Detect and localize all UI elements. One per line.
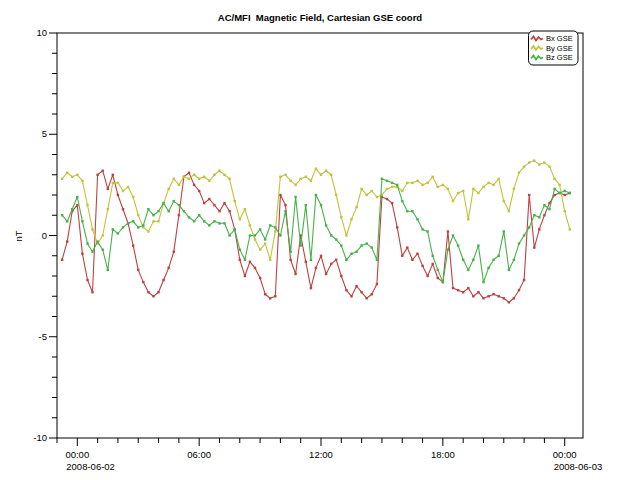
data-point-marker [223, 202, 225, 204]
data-point-marker [447, 230, 449, 232]
data-point-marker [102, 234, 104, 236]
data-point-marker [426, 230, 428, 232]
data-point-marker [442, 281, 444, 283]
data-point-marker [498, 178, 500, 180]
data-point-marker [513, 188, 515, 190]
data-point-marker [518, 172, 520, 174]
data-point-marker [371, 246, 373, 248]
data-point-marker [152, 220, 154, 222]
data-point-marker [523, 234, 525, 236]
data-point-marker [371, 293, 373, 295]
data-point-marker [112, 182, 114, 184]
data-point-marker [371, 190, 373, 192]
data-point-marker [376, 259, 378, 261]
data-point-marker [498, 255, 500, 257]
data-point-marker [66, 240, 68, 242]
data-point-marker [447, 188, 449, 190]
data-point-marker [325, 170, 327, 172]
data-point-marker [472, 188, 474, 190]
data-point-marker [558, 192, 560, 194]
data-point-marker [386, 188, 388, 190]
data-point-marker [259, 249, 261, 251]
data-point-marker [61, 178, 63, 180]
data-point-marker [188, 216, 190, 218]
data-point-marker [96, 240, 98, 242]
y-tick-label: 5 [42, 128, 47, 139]
data-point-marker [305, 204, 307, 206]
chart-canvas: AC/MFI Magnetic Field, Cartesian GSE coo… [0, 0, 640, 480]
data-point-marker [416, 218, 418, 220]
y-tick-label: -10 [33, 432, 47, 443]
x-tick-label: 12:00 [309, 449, 333, 460]
data-point-marker [518, 289, 520, 291]
data-point-marker [173, 251, 175, 253]
legend-label-by: By GSE [546, 44, 573, 53]
data-point-marker [61, 259, 63, 261]
data-point-marker [152, 214, 154, 216]
data-point-marker [513, 259, 515, 261]
data-point-marker [452, 234, 454, 236]
data-point-marker [157, 291, 159, 293]
data-point-marker [102, 249, 104, 251]
data-point-marker [228, 234, 230, 236]
data-point-marker [366, 194, 368, 196]
y-axis-label: nT [13, 230, 24, 241]
data-point-marker [178, 214, 180, 216]
data-point-marker [315, 267, 317, 269]
data-point-marker [411, 210, 413, 212]
x-tick-label: 00:00 [553, 449, 577, 460]
data-point-marker [147, 230, 149, 232]
data-point-marker [421, 265, 423, 267]
data-point-marker [401, 190, 403, 192]
data-point-marker [360, 291, 362, 293]
data-point-marker [218, 170, 220, 172]
data-point-marker [81, 220, 83, 222]
data-point-marker [538, 163, 540, 165]
data-point-marker [168, 210, 170, 212]
data-point-marker [274, 226, 276, 228]
data-point-marker [294, 184, 296, 186]
data-point-marker [213, 174, 215, 176]
data-point-marker [107, 188, 109, 190]
data-point-marker [254, 234, 256, 236]
legend-label-bz: Bz GSE [546, 53, 573, 62]
data-point-marker [193, 184, 195, 186]
data-point-marker [168, 188, 170, 190]
data-point-marker [376, 283, 378, 285]
data-point-marker [315, 194, 317, 196]
data-point-marker [137, 269, 139, 271]
data-point-marker [355, 285, 357, 287]
data-point-marker [543, 161, 545, 163]
data-point-marker [396, 226, 398, 228]
data-point-marker [234, 228, 236, 230]
data-point-marker [289, 251, 291, 253]
data-point-marker [112, 228, 114, 230]
data-point-marker [193, 174, 195, 176]
data-point-marker [213, 204, 215, 206]
data-point-marker [284, 204, 286, 206]
data-point-marker [249, 224, 251, 226]
y-tick-label: -5 [39, 331, 47, 342]
data-point-marker [467, 287, 469, 289]
data-series [61, 159, 571, 303]
data-point-marker [335, 259, 337, 261]
data-point-marker [289, 180, 291, 182]
data-point-marker [492, 293, 494, 295]
data-point-marker [477, 244, 479, 246]
data-point-marker [401, 200, 403, 202]
data-point-marker [183, 210, 185, 212]
data-point-marker [259, 228, 261, 230]
data-point-marker [487, 295, 489, 297]
data-point-marker [71, 176, 73, 178]
data-point-marker [538, 228, 540, 230]
data-point-marker [528, 194, 530, 196]
data-point-marker [426, 275, 428, 277]
data-point-marker [432, 263, 434, 265]
data-point-marker [107, 269, 109, 271]
data-point-marker [503, 230, 505, 232]
data-point-marker [457, 192, 459, 194]
data-point-marker [564, 194, 566, 196]
data-point-marker [340, 275, 342, 277]
data-point-marker [239, 249, 241, 251]
data-point-marker [259, 277, 261, 279]
